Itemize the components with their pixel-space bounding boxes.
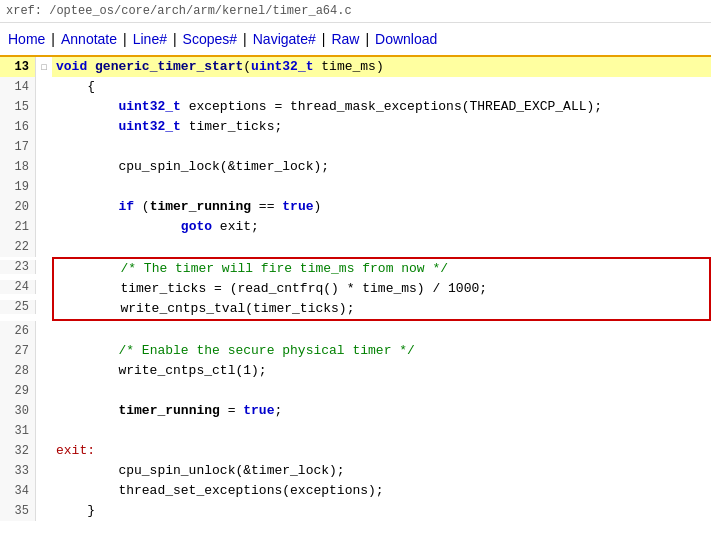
code-line-32: 32 exit: bbox=[0, 441, 711, 461]
nav-annotate[interactable]: Annotate bbox=[57, 29, 121, 49]
line-num-33[interactable]: 33 bbox=[0, 461, 36, 481]
code-line-33: 33 cpu_spin_unlock(&timer_lock); bbox=[0, 461, 711, 481]
path-bar: xref: /optee_os/core/arch/arm/kernel/tim… bbox=[0, 0, 711, 23]
red-highlight-box: /* The timer will fire time_ms from now … bbox=[52, 257, 711, 321]
line-code-27: /* Enable the secure physical timer */ bbox=[52, 341, 711, 361]
line-code-34: thread_set_exceptions(exceptions); bbox=[52, 481, 711, 501]
line-code-32: exit: bbox=[52, 441, 711, 461]
code-line-28: 28 write_cntps_ctl(1); bbox=[0, 361, 711, 381]
code-line-15: 15 uint32_t exceptions = thread_mask_exc… bbox=[0, 97, 711, 117]
line-num-18[interactable]: 18 bbox=[0, 157, 36, 177]
nav-sep-6: | bbox=[363, 31, 371, 47]
nav-sep-5: | bbox=[320, 31, 328, 47]
nav-raw[interactable]: Raw bbox=[327, 29, 363, 49]
line-num-17[interactable]: 17 bbox=[0, 137, 36, 157]
line-num-34[interactable]: 34 bbox=[0, 481, 36, 501]
code-line-30: 30 timer_running = true; bbox=[0, 401, 711, 421]
line-code-19 bbox=[52, 177, 711, 197]
line-num-20[interactable]: 20 bbox=[0, 197, 36, 217]
line-num-14[interactable]: 14 bbox=[0, 77, 36, 97]
code-line-27: 27 /* Enable the secure physical timer *… bbox=[0, 341, 711, 361]
line-code-15: uint32_t exceptions = thread_mask_except… bbox=[52, 97, 711, 117]
code-line-35: 35 } bbox=[0, 501, 711, 521]
code-line-17: 17 bbox=[0, 137, 711, 157]
line-num-28[interactable]: 28 bbox=[0, 361, 36, 381]
line-num-31[interactable]: 31 bbox=[0, 421, 36, 441]
line-code-30: timer_running = true; bbox=[52, 401, 711, 421]
line-code-25: write_cntps_tval(timer_ticks); bbox=[54, 299, 709, 319]
nav-download[interactable]: Download bbox=[371, 29, 441, 49]
line-code-17 bbox=[52, 137, 711, 157]
nav-sep-4: | bbox=[241, 31, 249, 47]
line-num-16[interactable]: 16 bbox=[0, 117, 36, 137]
line-num-26[interactable]: 26 bbox=[0, 321, 36, 341]
line-code-21: goto exit; bbox=[52, 217, 711, 237]
line-code-26 bbox=[52, 321, 711, 341]
line-code-35: } bbox=[52, 501, 711, 521]
line-code-29 bbox=[52, 381, 711, 401]
line-code-14: { bbox=[52, 77, 711, 97]
line-num-22[interactable]: 22 bbox=[0, 237, 36, 257]
nav-navigate[interactable]: Navigate# bbox=[249, 29, 320, 49]
nav-lineno[interactable]: Line# bbox=[129, 29, 171, 49]
line-num-23[interactable]: 23 bbox=[0, 260, 36, 274]
line-code-31 bbox=[52, 421, 711, 441]
path-text: xref: /optee_os/core/arch/arm/kernel/tim… bbox=[6, 4, 352, 18]
code-line-13: 13 ☐ void generic_timer_start(uint32_t t… bbox=[0, 57, 711, 77]
code-line-31: 31 bbox=[0, 421, 711, 441]
nav-sep-2: | bbox=[121, 31, 129, 47]
line-num-35[interactable]: 35 bbox=[0, 501, 36, 521]
line-code-18: cpu_spin_lock(&timer_lock); bbox=[52, 157, 711, 177]
line-num-13[interactable]: 13 bbox=[0, 57, 36, 77]
code-line-18: 18 cpu_spin_lock(&timer_lock); bbox=[0, 157, 711, 177]
line-marker-13: ☐ bbox=[36, 57, 52, 77]
red-line-24: timer_ticks = (read_cntfrq() * time_ms) … bbox=[54, 279, 709, 299]
code-area: 13 ☐ void generic_timer_start(uint32_t t… bbox=[0, 57, 711, 521]
line-num-25[interactable]: 25 bbox=[0, 300, 36, 314]
code-line-21: 21 goto exit; bbox=[0, 217, 711, 237]
line-code-13: void generic_timer_start(uint32_t time_m… bbox=[52, 57, 711, 77]
line-num-19[interactable]: 19 bbox=[0, 177, 36, 197]
line-num-27[interactable]: 27 bbox=[0, 341, 36, 361]
line-code-24: timer_ticks = (read_cntfrq() * time_ms) … bbox=[54, 279, 709, 299]
line-code-16: uint32_t timer_ticks; bbox=[52, 117, 711, 137]
line-code-22 bbox=[52, 237, 711, 257]
code-line-16: 16 uint32_t timer_ticks; bbox=[0, 117, 711, 137]
line-num-30[interactable]: 30 bbox=[0, 401, 36, 421]
line-num-21[interactable]: 21 bbox=[0, 217, 36, 237]
line-num-32[interactable]: 32 bbox=[0, 441, 36, 461]
code-line-26: 26 bbox=[0, 321, 711, 341]
code-line-34: 34 thread_set_exceptions(exceptions); bbox=[0, 481, 711, 501]
line-code-23: /* The timer will fire time_ms from now … bbox=[54, 259, 709, 279]
line-num-24[interactable]: 24 bbox=[0, 280, 36, 294]
code-line-22: 22 bbox=[0, 237, 711, 257]
code-line-29: 29 bbox=[0, 381, 711, 401]
line-code-20: if (timer_running == true) bbox=[52, 197, 711, 217]
red-box-line-nums: 23 24 25 bbox=[0, 257, 52, 321]
red-line-23: /* The timer will fire time_ms from now … bbox=[54, 259, 709, 279]
code-line-14: 14 { bbox=[0, 77, 711, 97]
red-line-25: write_cntps_tval(timer_ticks); bbox=[54, 299, 709, 319]
nav-scopes[interactable]: Scopes# bbox=[179, 29, 241, 49]
code-line-20: 20 if (timer_running == true) bbox=[0, 197, 711, 217]
line-num-29[interactable]: 29 bbox=[0, 381, 36, 401]
line-num-15[interactable]: 15 bbox=[0, 97, 36, 117]
code-line-19: 19 bbox=[0, 177, 711, 197]
nav-bar: Home | Annotate | Line# | Scopes# | Navi… bbox=[0, 23, 711, 57]
line-code-28: write_cntps_ctl(1); bbox=[52, 361, 711, 381]
nav-home[interactable]: Home bbox=[4, 29, 49, 49]
red-box-wrapper: 23 24 25 /* The timer will fire time_ms … bbox=[0, 257, 711, 321]
nav-sep-3: | bbox=[171, 31, 179, 47]
line-code-33: cpu_spin_unlock(&timer_lock); bbox=[52, 461, 711, 481]
nav-sep-1: | bbox=[49, 31, 57, 47]
